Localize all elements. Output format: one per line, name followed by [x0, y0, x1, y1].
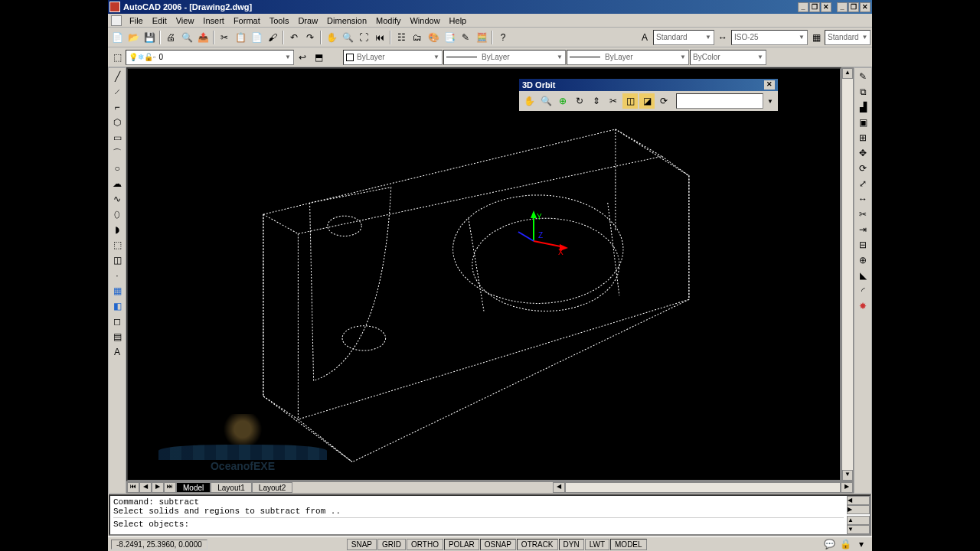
tab-model[interactable]: Model: [176, 482, 211, 493]
dim-style-icon[interactable]: ↔: [715, 30, 730, 45]
scale-icon[interactable]: ⤢: [855, 177, 871, 191]
insert-block-icon[interactable]: ⬚: [109, 238, 125, 252]
erase-icon[interactable]: ✎: [855, 70, 871, 83]
paste-icon[interactable]: 📄: [249, 30, 264, 45]
move-icon[interactable]: ✥: [855, 146, 871, 160]
orbit-clip-icon[interactable]: ✂: [606, 93, 621, 109]
print-icon[interactable]: 🖨: [163, 30, 178, 45]
menu-help[interactable]: Help: [445, 15, 472, 26]
table-style-icon[interactable]: ▦: [808, 30, 824, 45]
hscroll-left-icon[interactable]: ◀: [553, 482, 565, 493]
comm-center-icon[interactable]: 💬: [822, 536, 837, 551]
preview-icon[interactable]: 🔍: [179, 30, 194, 45]
cmd-scroll-left-icon[interactable]: ◀: [847, 496, 870, 505]
menu-draw[interactable]: Draw: [293, 15, 322, 26]
revcloud-icon[interactable]: ☁: [109, 177, 125, 191]
text-style-dropdown[interactable]: Standard▼: [653, 30, 714, 45]
vertical-scrollbar[interactable]: ▲ ▼: [841, 67, 854, 481]
tab-next-icon[interactable]: ▶: [152, 482, 164, 493]
open-icon[interactable]: 📂: [126, 30, 141, 45]
hatch-icon[interactable]: ▦: [109, 284, 125, 298]
hscroll-right-icon[interactable]: ▶: [841, 482, 853, 493]
extend-icon[interactable]: ⇥: [855, 223, 871, 236]
tool-palette-icon[interactable]: 🎨: [426, 30, 441, 45]
make-block-icon[interactable]: ◫: [109, 253, 125, 267]
status-menu-icon[interactable]: ▾: [854, 536, 869, 551]
dyn-toggle[interactable]: DYN: [559, 539, 584, 550]
tab-layout1[interactable]: Layout1: [211, 482, 252, 493]
linetype-dropdown[interactable]: ByLayer▼: [443, 50, 566, 65]
xline-icon[interactable]: ⟋: [109, 85, 125, 99]
menu-dimension[interactable]: Dimension: [322, 15, 371, 26]
grid-toggle[interactable]: GRID: [377, 539, 406, 550]
orbit-zoom-icon[interactable]: 🔍: [538, 93, 554, 109]
ellipse-arc-icon[interactable]: ◗: [109, 223, 125, 236]
cmd-scroll-right-icon[interactable]: ▶: [847, 505, 870, 514]
orbit-close-button[interactable]: ✕: [764, 80, 775, 90]
gradient-icon[interactable]: ◧: [109, 299, 125, 313]
new-icon[interactable]: 📄: [109, 30, 125, 45]
drawing-canvas[interactable]: Y X Z 3D Orbit ✕: [126, 67, 841, 481]
rectangle-icon[interactable]: ▭: [109, 131, 125, 145]
model-toggle[interactable]: MODEL: [610, 539, 647, 550]
save-icon[interactable]: 💾: [142, 30, 157, 45]
orbit-swivel-icon[interactable]: ↻: [572, 93, 587, 109]
toolbar-lock-icon[interactable]: 🔒: [838, 536, 853, 551]
stretch-icon[interactable]: ↔: [855, 192, 871, 206]
dim-style-dropdown[interactable]: ISO-25▼: [731, 30, 808, 45]
ortho-toggle[interactable]: ORTHO: [407, 539, 443, 550]
table-icon[interactable]: ▤: [109, 330, 125, 344]
layer-dropdown[interactable]: 💡❄🔓▫ 0▼: [126, 50, 294, 65]
doc-restore-button[interactable]: ❐: [848, 2, 859, 12]
tab-first-icon[interactable]: ⏮: [127, 482, 139, 493]
table-style-dropdown[interactable]: Standard▼: [825, 30, 871, 45]
orbit-distance-icon[interactable]: ⇕: [589, 93, 604, 109]
cmd-scroll-down-icon[interactable]: ▼: [847, 525, 870, 534]
orbit-reset-icon[interactable]: ⟳: [656, 93, 671, 109]
undo-icon[interactable]: ↶: [286, 30, 302, 45]
redo-icon[interactable]: ↷: [302, 30, 318, 45]
minimize-button[interactable]: _: [798, 2, 808, 12]
close-button[interactable]: ✕: [821, 2, 831, 12]
command-prompt[interactable]: Select objects:: [113, 520, 844, 529]
spline-icon[interactable]: ∿: [109, 192, 125, 206]
lineweight-dropdown[interactable]: ByLayer▼: [567, 50, 689, 65]
command-window[interactable]: Command: subtract Select solids and regi…: [109, 494, 871, 536]
menu-tools[interactable]: Tools: [265, 15, 294, 26]
menu-view[interactable]: View: [172, 15, 199, 26]
copy-obj-icon[interactable]: ⧉: [855, 85, 871, 99]
ellipse-icon[interactable]: ⬯: [109, 207, 125, 221]
offset-icon[interactable]: ▣: [855, 116, 871, 129]
properties-icon[interactable]: ☷: [394, 30, 409, 45]
array-icon[interactable]: ⊞: [855, 131, 871, 145]
copy-icon[interactable]: 📋: [233, 30, 248, 45]
color-dropdown[interactable]: ByLayer▼: [343, 50, 443, 65]
snap-toggle[interactable]: SNAP: [347, 539, 377, 550]
mtext-icon[interactable]: A: [109, 345, 125, 359]
region-icon[interactable]: ◻: [109, 315, 125, 328]
layer-prev-icon[interactable]: ↩: [295, 50, 310, 65]
menu-format[interactable]: Format: [229, 15, 265, 26]
rotate-icon[interactable]: ⟳: [855, 161, 871, 175]
menu-edit[interactable]: Edit: [148, 15, 172, 26]
trim-icon[interactable]: ✂: [855, 207, 871, 221]
arc-icon[interactable]: ⌒: [109, 146, 125, 160]
zoom-win-icon[interactable]: ⛶: [356, 30, 371, 45]
menu-window[interactable]: Window: [405, 15, 444, 26]
scroll-up-icon[interactable]: ▲: [842, 68, 853, 79]
markup-icon[interactable]: ✎: [458, 30, 473, 45]
join-icon[interactable]: ⊕: [855, 253, 871, 267]
scroll-down-icon[interactable]: ▼: [842, 470, 853, 481]
chamfer-icon[interactable]: ◣: [855, 269, 871, 282]
orbit-front-icon[interactable]: ◫: [622, 93, 638, 109]
explode-icon[interactable]: ✸: [855, 299, 871, 313]
text-style-icon[interactable]: A: [637, 30, 652, 45]
circle-icon[interactable]: ○: [109, 161, 125, 175]
calc-icon[interactable]: 🧮: [474, 30, 489, 45]
orbit-3d-icon[interactable]: ⊕: [555, 93, 570, 109]
dc-icon[interactable]: 🗂: [410, 30, 425, 45]
tab-layout2[interactable]: Layout2: [252, 482, 293, 493]
pan-icon[interactable]: ✋: [324, 30, 339, 45]
help-icon[interactable]: ?: [495, 30, 511, 45]
polygon-icon[interactable]: ⬡: [109, 116, 125, 129]
